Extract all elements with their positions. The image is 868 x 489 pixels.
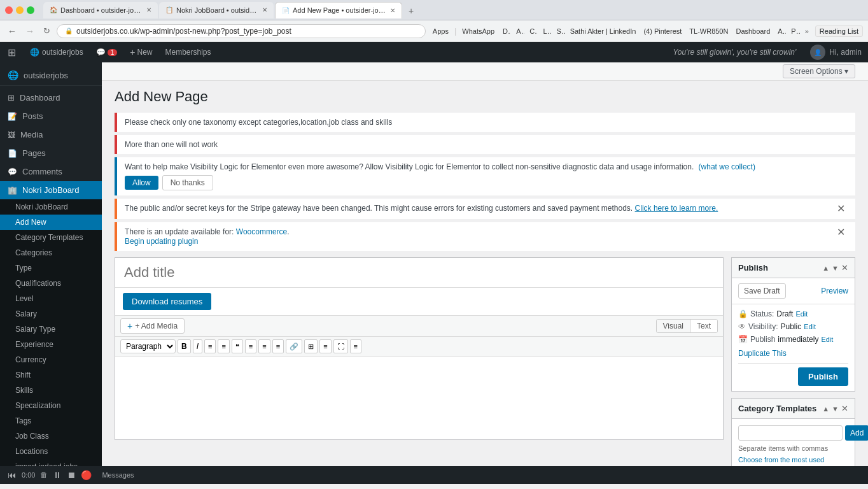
browser-tab-1[interactable]: 🏠 Dashboard • outsider-jobs • Wo... ✕ xyxy=(43,2,158,18)
sidebar-submenu-salary-type[interactable]: Salary Type xyxy=(0,322,102,337)
sidebar-item-comments[interactable]: 💬 Comments xyxy=(0,162,102,181)
forward-btn[interactable]: → xyxy=(23,25,37,38)
wp-memberships-btn[interactable]: Memberships xyxy=(158,42,217,62)
bookmark-pinterest[interactable]: (4) Pinterest xyxy=(641,26,684,36)
no-thanks-btn[interactable]: No thanks xyxy=(162,175,213,190)
browser-tab-2[interactable]: 📋 Nokri JobBoard • outsiderjobs... ✕ xyxy=(159,2,274,18)
tab-close-1[interactable]: ✕ xyxy=(146,6,151,13)
cat-box-close[interactable]: ✕ xyxy=(841,404,848,413)
bookmarks-more[interactable]: » xyxy=(802,26,811,36)
format-link[interactable]: 🔗 xyxy=(286,339,302,353)
publish-btn[interactable]: Publish xyxy=(798,367,848,386)
close-btn[interactable] xyxy=(5,6,13,14)
category-add-btn[interactable]: Add xyxy=(845,425,868,441)
notice-woo-close[interactable]: ✕ xyxy=(834,227,848,237)
sidebar-submenu-category-templates[interactable]: Category Templates xyxy=(0,230,102,245)
bookmark-wp-dash[interactable]: Dashboard xyxy=(733,26,773,36)
sidebar-submenu-salary[interactable]: Salary xyxy=(0,306,102,322)
cat-box-collapse-down[interactable]: ▼ xyxy=(832,404,839,413)
paragraph-select[interactable]: Paragraph xyxy=(120,339,176,353)
format-fullscreen[interactable]: ⛶ xyxy=(333,339,348,353)
allow-btn[interactable]: Allow xyxy=(125,176,158,190)
bookmark-pdf[interactable]: PDF to Word Conve... xyxy=(788,26,799,36)
post-title-input[interactable] xyxy=(115,258,723,288)
publish-box-collapse-down[interactable]: ▼ xyxy=(832,263,839,273)
format-align-center[interactable]: ≡ xyxy=(258,339,270,353)
bookmark-airen[interactable]: Airen Agro Parents... xyxy=(514,26,524,36)
category-template-input[interactable] xyxy=(738,425,843,441)
tab-close-2[interactable]: ✕ xyxy=(262,6,267,13)
publish-time-edit-link[interactable]: Edit xyxy=(821,336,833,343)
new-tab-btn[interactable]: + xyxy=(403,3,419,18)
publish-box-collapse-up[interactable]: ▲ xyxy=(822,263,829,273)
address-bar[interactable]: 🔒 outsiderjobs.co.uk/wp-admin/post-new.p… xyxy=(57,24,426,38)
bookmark-sathi2[interactable]: Sathi Akter | LinkedIn xyxy=(568,26,639,36)
reading-list-btn[interactable]: Reading List xyxy=(815,25,863,37)
sidebar-submenu-addnew[interactable]: Add New xyxy=(0,215,102,230)
format-unordered-list[interactable]: ≡ xyxy=(204,339,216,353)
minimize-btn[interactable] xyxy=(16,6,24,14)
notice-visibility-link[interactable]: (what we collect) xyxy=(699,162,755,171)
choose-most-used-link[interactable]: Choose from the most used xyxy=(738,456,824,464)
format-toolbar-toggle[interactable]: ≡ xyxy=(350,339,361,353)
sidebar-item-pages[interactable]: 📄 Pages xyxy=(0,144,102,162)
sidebar-item-nokri-jobboard[interactable]: 🏢 Nokri JobBoard xyxy=(0,181,102,199)
format-italic[interactable]: I xyxy=(193,339,202,353)
bookmark-convert[interactable]: Convert PDF to Exc... xyxy=(527,26,538,36)
sidebar-submenu-nokri[interactable]: Nokri JobBoard xyxy=(0,199,102,215)
tab-visual[interactable]: Visual xyxy=(657,320,690,332)
bookmark-whatsapp[interactable]: WhatsApp xyxy=(459,26,498,36)
notice-stripe-close[interactable]: ✕ xyxy=(834,204,848,214)
format-align-left[interactable]: ≡ xyxy=(245,339,256,353)
sidebar-submenu-specalization[interactable]: Specalization xyxy=(0,398,102,413)
wp-new-btn[interactable]: + New xyxy=(123,42,158,62)
sidebar-submenu-currency[interactable]: Currency xyxy=(0,352,102,367)
stop-btn[interactable]: ⏹ xyxy=(67,470,76,480)
status-edit-link[interactable]: Edit xyxy=(795,310,808,318)
bookmark-apps[interactable]: Apps xyxy=(430,26,452,36)
editor-body[interactable] xyxy=(115,357,723,439)
sidebar-item-dashboard[interactable]: ⊞ Dashboard xyxy=(0,89,102,107)
notice-woo-update-link[interactable]: Begin updating plugin xyxy=(125,237,198,246)
tab-close-3[interactable]: ✕ xyxy=(390,7,395,14)
notice-stripe-link[interactable]: Click here to learn more. xyxy=(635,204,718,213)
refresh-btn[interactable]: ↻ xyxy=(41,25,53,37)
bookmark-dashboard[interactable]: Dashboard • My Blo... xyxy=(500,26,511,36)
cat-box-collapse-up[interactable]: ▲ xyxy=(822,404,829,413)
bookmark-sathi1[interactable]: Sathi Akter (@Sathi... xyxy=(554,26,564,36)
wp-logo-btn[interactable]: ⊞ xyxy=(0,42,24,62)
back-btn[interactable]: ← xyxy=(5,25,19,38)
publish-box-close[interactable]: ✕ xyxy=(841,263,848,273)
screen-options-btn[interactable]: Screen Options ▾ xyxy=(783,64,855,78)
sidebar-submenu-tags[interactable]: Tags xyxy=(0,413,102,429)
browser-tab-3[interactable]: 📄 Add New Page • outsider-jobs... ✕ xyxy=(275,2,402,18)
save-draft-btn[interactable]: Save Draft xyxy=(738,283,786,299)
sidebar-submenu-shift[interactable]: Shift xyxy=(0,367,102,383)
bookmark-lead[interactable]: Lead Generation (o... xyxy=(540,26,551,36)
howdy-btn[interactable]: 👤 Hi, admin xyxy=(804,42,868,62)
add-media-btn[interactable]: + + Add Media xyxy=(120,318,185,334)
visibility-edit-link[interactable]: Edit xyxy=(804,323,816,330)
wp-comments-btn[interactable]: 💬 1 xyxy=(90,42,124,62)
record-btn[interactable]: 🔴 xyxy=(81,470,92,480)
format-ordered-list[interactable]: ≡ xyxy=(218,339,229,353)
wp-site-name[interactable]: 🌐 outsiderjobs xyxy=(24,42,90,62)
bookmark-router[interactable]: TL-WR850N xyxy=(687,26,731,36)
sidebar-submenu-experience[interactable]: Experience xyxy=(0,337,102,352)
sidebar-item-media[interactable]: 🖼 Media xyxy=(0,125,102,144)
duplicate-this-link[interactable]: Duplicate This xyxy=(738,349,848,358)
rewind-btn[interactable]: ⏮ xyxy=(8,470,17,480)
sidebar-item-posts[interactable]: 📝 Posts xyxy=(0,107,102,125)
sidebar-submenu-type[interactable]: Type xyxy=(0,260,102,276)
delete-recording-btn[interactable]: 🗑 xyxy=(40,471,48,479)
sidebar-submenu-qualifications[interactable]: Qualifications xyxy=(0,276,102,291)
preview-link[interactable]: Preview xyxy=(821,287,848,295)
sidebar-submenu-import[interactable]: import indeed jobs xyxy=(0,459,102,466)
sidebar-submenu-job-class[interactable]: Job Class xyxy=(0,429,102,444)
sidebar-brand[interactable]: 🌐 outsiderjobs xyxy=(0,62,102,86)
bookmark-about[interactable]: About Us - Healthie... xyxy=(775,26,786,36)
notice-woo-link[interactable]: Woocommerce xyxy=(236,227,287,236)
sidebar-submenu-categories[interactable]: Categories xyxy=(0,245,102,260)
format-bold[interactable]: B xyxy=(178,339,191,353)
format-blockquote[interactable]: ❝ xyxy=(232,339,243,353)
